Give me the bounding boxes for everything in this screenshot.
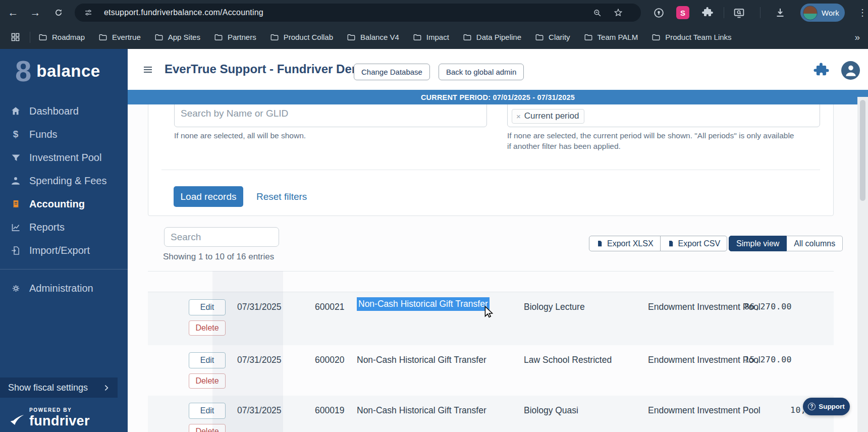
glid-cell: 600019 [315,405,344,416]
sidebar-item-administration[interactable]: Administration [0,277,128,300]
screen-search-icon[interactable] [733,7,745,19]
edit-button[interactable]: Edit [189,352,226,368]
export-csv-button[interactable]: Export CSV [660,236,728,251]
transaction-type-cell: Non-Cash Historical Gift Transfer [357,299,490,309]
receipt-icon [9,199,22,209]
delete-button[interactable]: Delete [189,373,226,389]
investment-pool-cell: Endowment Investment Pool [648,355,761,365]
browser-profile-chip[interactable]: Work [800,4,845,22]
funnel-icon [9,152,22,163]
sidebar-item-investment-pool[interactable]: Investment Pool [0,146,128,169]
all-columns-toggle[interactable]: All columns [787,236,843,251]
glid-cell: 600021 [315,302,344,312]
app-sidebar: 8 balance Dashboard $ Funds Investment P… [0,49,128,432]
browser-forward-icon[interactable]: → [25,0,45,25]
bookmark-folder-data-pipeline[interactable]: Data Pipeline [463,33,521,42]
delete-button[interactable]: Delete [189,424,226,432]
password-extension-icon[interactable] [653,7,665,19]
xlsx-file-icon [596,239,604,248]
sidebar-item-accounting[interactable]: Accounting [0,192,128,215]
pink-extension-icon[interactable]: S [676,6,689,19]
chart-icon [9,222,22,233]
bookmark-folder-clarity[interactable]: Clarity [535,33,570,42]
chevron-right-icon [102,383,111,393]
gear-icon [9,283,22,294]
transaction-type-cell: Non-Cash Historical Gift Transfer [357,355,486,365]
fundriver-bird-icon [7,412,27,428]
integrations-puzzle-icon[interactable] [813,62,830,79]
bookmark-folder-team-palm[interactable]: Team PALM [584,33,638,42]
browser-menu-icon[interactable]: ⋮ [857,0,868,25]
change-database-button[interactable]: Change Database [354,64,430,80]
support-button[interactable]: ? Support [803,398,850,415]
powered-by-fundriver: POWERED BY fundriver [7,408,90,428]
dollar-icon: $ [9,129,22,140]
sidebar-item-import-export[interactable]: Import/Export [0,239,128,262]
entries-count-text: Showing 1 to 10 of 16 entries [163,252,274,262]
hamburger-menu-icon[interactable] [142,64,154,76]
scrollbar-thumb[interactable] [860,100,865,201]
reset-filters-link[interactable]: Reset filters [256,186,307,207]
edit-button[interactable]: Edit [189,299,226,315]
bookmark-folder-roadmap[interactable]: Roadmap [38,33,85,42]
toolbar-divider [760,7,761,18]
remove-tag-icon[interactable]: × [516,112,521,121]
url-text[interactable]: etsupport.fundriverbalance.com/Accountin… [104,8,263,17]
toolbar-divider [724,7,724,18]
browser-chrome: ← → etsupport.fundriverbalance.com/Accou… [0,0,868,49]
bookmark-folder-evertrue[interactable]: Evertrue [98,33,141,42]
balance-logo: 8 balance [15,55,100,87]
import-export-icon [9,245,22,256]
simple-view-toggle[interactable]: Simple view [729,236,787,251]
page-scrollbar[interactable] [857,97,868,432]
bookmark-folder-product-team-links[interactable]: Product Team Links [652,33,731,42]
extensions-puzzle-icon[interactable] [701,7,714,19]
post-date-cell: 07/31/2025 [237,405,282,416]
name-cell: Law School Restricted [524,355,612,365]
bookmark-folder-impact[interactable]: Impact [413,33,449,42]
export-xlsx-button[interactable]: Export XLSX [589,236,661,251]
edit-button[interactable]: Edit [189,403,226,419]
amount-cell: 15,270.00 [744,355,792,364]
sidebar-divider [0,269,128,269]
address-bar[interactable]: etsupport.fundriverbalance.com/Accountin… [75,4,641,22]
bookmark-folder-app-sites[interactable]: App Sites [154,33,200,42]
home-icon [9,105,22,117]
bookmark-folder-product-collab[interactable]: Product Collab [270,33,333,42]
investment-pool-cell: Endowment Investment Pool [648,405,761,416]
table-row: Edit Delete 07/31/2025 600019 Non-Cash H… [148,396,834,432]
page-title: EverTrue Support - Fundriver Demo [165,62,370,76]
browser-reload-icon[interactable] [48,0,69,25]
show-fiscal-settings-button[interactable]: Show fiscal settings [0,377,118,398]
question-icon: ? [808,403,816,410]
bookmark-star-icon[interactable] [610,4,627,22]
current-period-tag-label: Current period [524,111,579,121]
table-header-row [148,271,834,292]
view-toggle: Simple view All columns [729,236,843,251]
back-to-global-admin-button[interactable]: Back to global admin [439,64,524,80]
balance-logo-text: balance [36,62,100,81]
site-settings-icon[interactable] [84,8,93,18]
bookmark-folder-balance-v4[interactable]: Balance V4 [347,33,399,42]
sidebar-item-funds[interactable]: $ Funds [0,123,128,146]
table-search-input[interactable] [164,227,279,247]
csv-file-icon [667,239,675,248]
bookmarks-divider [30,32,30,43]
amount-cell: 86,270.00 [744,302,792,311]
zoom-out-icon[interactable] [588,4,606,22]
browser-back-icon[interactable]: ← [3,0,23,25]
sidebar-item-dashboard[interactable]: Dashboard [0,99,128,123]
user-account-icon[interactable] [841,61,860,80]
bookmarks-overflow-chevron[interactable]: » [854,32,860,43]
load-records-button[interactable]: Load records [174,186,243,207]
selected-text: Non-Cash Historical Gift Transfer [357,297,490,311]
bookmarks-bar: Roadmap Evertrue App Sites Partners Prod… [0,25,868,49]
downloads-icon[interactable] [774,7,786,19]
current-period-tag: × Current period [512,109,584,124]
sidebar-item-spending-fees[interactable]: Spending & Fees [0,169,128,192]
delete-button[interactable]: Delete [189,320,226,336]
sidebar-item-reports[interactable]: Reports [0,215,128,239]
profile-label: Work [822,9,839,17]
bookmark-folder-partners[interactable]: Partners [214,33,256,42]
apps-grid-icon[interactable] [10,32,21,42]
